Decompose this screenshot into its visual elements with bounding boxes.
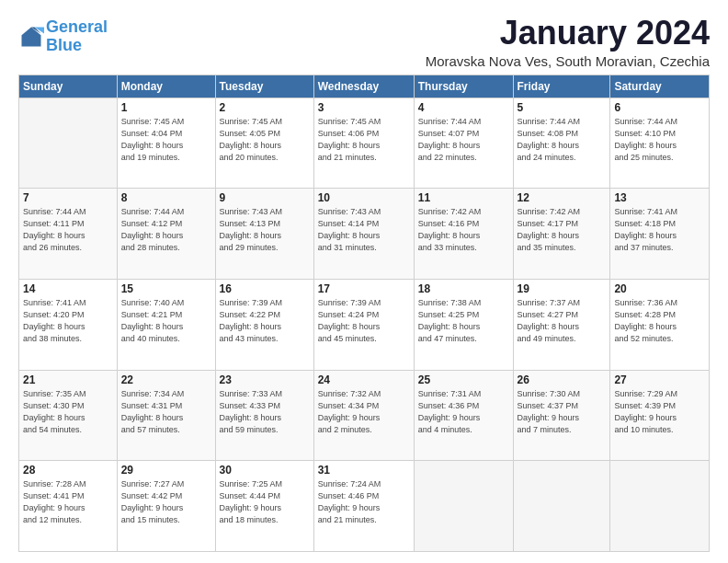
calendar-cell: 16Sunrise: 7:39 AM Sunset: 4:22 PM Dayli…	[215, 279, 313, 370]
day-info: Sunrise: 7:44 AM Sunset: 4:11 PM Dayligh…	[23, 206, 113, 254]
calendar-week-row: 14Sunrise: 7:41 AM Sunset: 4:20 PM Dayli…	[19, 279, 710, 370]
day-info: Sunrise: 7:31 AM Sunset: 4:36 PM Dayligh…	[418, 388, 509, 436]
day-number: 23	[220, 373, 310, 386]
calendar-header-wednesday: Wednesday	[313, 75, 414, 98]
day-info: Sunrise: 7:40 AM Sunset: 4:21 PM Dayligh…	[121, 297, 211, 345]
logo-line1: General	[46, 17, 108, 36]
calendar-cell: 24Sunrise: 7:32 AM Sunset: 4:34 PM Dayli…	[313, 370, 414, 461]
day-info: Sunrise: 7:33 AM Sunset: 4:33 PM Dayligh…	[220, 388, 310, 436]
calendar-week-row: 21Sunrise: 7:35 AM Sunset: 4:30 PM Dayli…	[19, 370, 710, 461]
calendar-cell: 26Sunrise: 7:30 AM Sunset: 4:37 PM Dayli…	[513, 370, 610, 461]
calendar-cell: 23Sunrise: 7:33 AM Sunset: 4:33 PM Dayli…	[215, 370, 313, 461]
calendar-cell: 3Sunrise: 7:45 AM Sunset: 4:06 PM Daylig…	[313, 98, 414, 189]
logo: General Blue	[18, 18, 108, 55]
day-info: Sunrise: 7:44 AM Sunset: 4:10 PM Dayligh…	[614, 116, 705, 164]
calendar-cell: 28Sunrise: 7:28 AM Sunset: 4:41 PM Dayli…	[19, 461, 118, 552]
day-number: 21	[23, 373, 113, 386]
day-number: 9	[220, 191, 310, 204]
day-number: 25	[418, 373, 509, 386]
logo-text: General Blue	[46, 18, 108, 55]
calendar-cell: 14Sunrise: 7:41 AM Sunset: 4:20 PM Dayli…	[19, 279, 118, 370]
day-info: Sunrise: 7:42 AM Sunset: 4:17 PM Dayligh…	[518, 206, 607, 254]
svg-marker-0	[22, 27, 41, 46]
day-number: 17	[318, 282, 410, 295]
day-number: 7	[23, 191, 113, 204]
header: General Blue January 2024 Moravska Nova …	[18, 15, 710, 69]
day-number: 24	[318, 373, 410, 386]
calendar-week-row: 7Sunrise: 7:44 AM Sunset: 4:11 PM Daylig…	[19, 189, 710, 280]
day-number: 29	[121, 464, 211, 477]
day-info: Sunrise: 7:24 AM Sunset: 4:46 PM Dayligh…	[318, 478, 410, 526]
calendar-cell: 27Sunrise: 7:29 AM Sunset: 4:39 PM Dayli…	[610, 370, 710, 461]
calendar-cell: 13Sunrise: 7:41 AM Sunset: 4:18 PM Dayli…	[610, 189, 710, 280]
day-number: 3	[318, 101, 410, 114]
day-info: Sunrise: 7:44 AM Sunset: 4:07 PM Dayligh…	[418, 116, 509, 164]
calendar-table: SundayMondayTuesdayWednesdayThursdayFrid…	[18, 75, 710, 552]
calendar-cell: 25Sunrise: 7:31 AM Sunset: 4:36 PM Dayli…	[414, 370, 513, 461]
calendar-cell: 20Sunrise: 7:36 AM Sunset: 4:28 PM Dayli…	[610, 279, 710, 370]
calendar-week-row: 1Sunrise: 7:45 AM Sunset: 4:04 PM Daylig…	[19, 98, 710, 189]
calendar-cell: 30Sunrise: 7:25 AM Sunset: 4:44 PM Dayli…	[215, 461, 313, 552]
day-number: 31	[318, 464, 410, 477]
calendar-cell: 17Sunrise: 7:39 AM Sunset: 4:24 PM Dayli…	[313, 279, 414, 370]
calendar-cell: 4Sunrise: 7:44 AM Sunset: 4:07 PM Daylig…	[414, 98, 513, 189]
calendar-cell	[19, 98, 118, 189]
day-number: 26	[518, 373, 607, 386]
day-number: 1	[121, 101, 211, 114]
calendar-header-tuesday: Tuesday	[215, 75, 313, 98]
subtitle: Moravska Nova Ves, South Moravian, Czech…	[426, 53, 710, 69]
day-number: 11	[418, 191, 509, 204]
day-info: Sunrise: 7:29 AM Sunset: 4:39 PM Dayligh…	[614, 388, 705, 436]
calendar-header-sunday: Sunday	[19, 75, 118, 98]
day-info: Sunrise: 7:43 AM Sunset: 4:14 PM Dayligh…	[318, 206, 410, 254]
calendar-cell: 12Sunrise: 7:42 AM Sunset: 4:17 PM Dayli…	[513, 189, 610, 280]
day-number: 4	[418, 101, 509, 114]
calendar-header-saturday: Saturday	[610, 75, 710, 98]
day-info: Sunrise: 7:30 AM Sunset: 4:37 PM Dayligh…	[518, 388, 607, 436]
calendar-cell: 29Sunrise: 7:27 AM Sunset: 4:42 PM Dayli…	[117, 461, 215, 552]
title-block: January 2024 Moravska Nova Ves, South Mo…	[426, 15, 710, 69]
day-number: 28	[23, 464, 113, 477]
day-info: Sunrise: 7:41 AM Sunset: 4:20 PM Dayligh…	[23, 297, 113, 345]
logo-line2: Blue	[46, 36, 82, 54]
day-info: Sunrise: 7:43 AM Sunset: 4:13 PM Dayligh…	[220, 206, 310, 254]
day-number: 15	[121, 282, 211, 295]
day-info: Sunrise: 7:32 AM Sunset: 4:34 PM Dayligh…	[318, 388, 410, 436]
day-info: Sunrise: 7:39 AM Sunset: 4:24 PM Dayligh…	[318, 297, 410, 345]
calendar-cell	[610, 461, 710, 552]
calendar-header-monday: Monday	[117, 75, 215, 98]
calendar-cell: 2Sunrise: 7:45 AM Sunset: 4:05 PM Daylig…	[215, 98, 313, 189]
day-info: Sunrise: 7:44 AM Sunset: 4:08 PM Dayligh…	[518, 116, 607, 164]
calendar-cell	[513, 461, 610, 552]
day-number: 16	[220, 282, 310, 295]
day-number: 5	[518, 101, 607, 114]
day-info: Sunrise: 7:45 AM Sunset: 4:04 PM Dayligh…	[121, 116, 211, 164]
calendar-week-row: 28Sunrise: 7:28 AM Sunset: 4:41 PM Dayli…	[19, 461, 710, 552]
calendar-cell: 9Sunrise: 7:43 AM Sunset: 4:13 PM Daylig…	[215, 189, 313, 280]
day-number: 18	[418, 282, 509, 295]
day-info: Sunrise: 7:25 AM Sunset: 4:44 PM Dayligh…	[220, 478, 310, 526]
day-number: 2	[220, 101, 310, 114]
day-info: Sunrise: 7:45 AM Sunset: 4:05 PM Dayligh…	[220, 116, 310, 164]
day-info: Sunrise: 7:36 AM Sunset: 4:28 PM Dayligh…	[614, 297, 705, 345]
calendar-cell: 6Sunrise: 7:44 AM Sunset: 4:10 PM Daylig…	[610, 98, 710, 189]
day-info: Sunrise: 7:27 AM Sunset: 4:42 PM Dayligh…	[121, 478, 211, 526]
day-number: 8	[121, 191, 211, 204]
calendar-cell: 19Sunrise: 7:37 AM Sunset: 4:27 PM Dayli…	[513, 279, 610, 370]
day-number: 13	[614, 191, 705, 204]
logo-icon	[18, 24, 44, 50]
calendar-cell: 7Sunrise: 7:44 AM Sunset: 4:11 PM Daylig…	[19, 189, 118, 280]
calendar-cell: 15Sunrise: 7:40 AM Sunset: 4:21 PM Dayli…	[117, 279, 215, 370]
day-number: 6	[614, 101, 705, 114]
day-info: Sunrise: 7:44 AM Sunset: 4:12 PM Dayligh…	[121, 206, 211, 254]
calendar-header-row: SundayMondayTuesdayWednesdayThursdayFrid…	[19, 75, 710, 98]
page: General Blue January 2024 Moravska Nova …	[0, 0, 728, 563]
calendar-header-thursday: Thursday	[414, 75, 513, 98]
calendar-cell: 8Sunrise: 7:44 AM Sunset: 4:12 PM Daylig…	[117, 189, 215, 280]
calendar-cell: 10Sunrise: 7:43 AM Sunset: 4:14 PM Dayli…	[313, 189, 414, 280]
calendar-header-friday: Friday	[513, 75, 610, 98]
day-info: Sunrise: 7:45 AM Sunset: 4:06 PM Dayligh…	[318, 116, 410, 164]
day-number: 27	[614, 373, 705, 386]
calendar-cell: 21Sunrise: 7:35 AM Sunset: 4:30 PM Dayli…	[19, 370, 118, 461]
day-info: Sunrise: 7:39 AM Sunset: 4:22 PM Dayligh…	[220, 297, 310, 345]
